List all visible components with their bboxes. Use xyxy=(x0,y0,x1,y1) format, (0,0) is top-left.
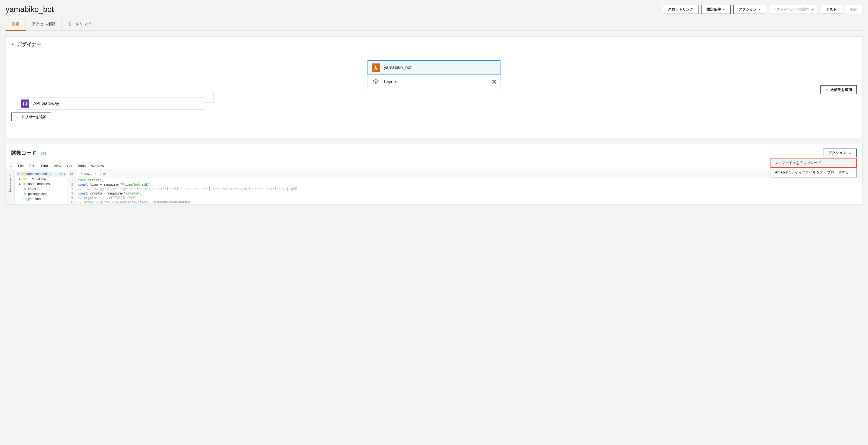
ide-menu-file[interactable]: File xyxy=(18,164,24,168)
folder-icon: 📁 xyxy=(21,172,25,176)
trigger-card-api-gateway[interactable]: API Gateway xyxy=(17,97,205,110)
ide: ▲ File Edit Find View Go Tools Window Sa… xyxy=(6,162,862,205)
designer-header[interactable]: ▼ デザイナー xyxy=(6,36,862,52)
svg-rect-0 xyxy=(23,102,24,105)
file-icon: 📄 xyxy=(23,197,27,201)
file-tree: ▼ 📁 yamabiko_bot - / ⚙ ▾ ▶ 📁 __MACOSX ▶ … xyxy=(15,170,67,205)
svg-rect-2 xyxy=(25,103,26,103)
add-destination-button[interactable]: ＋ 送信先を追加 xyxy=(820,85,857,94)
ide-sidebar: Environment xyxy=(6,170,15,205)
svg-rect-1 xyxy=(26,102,27,105)
layers-icon xyxy=(372,78,380,86)
code-actions-menu: .zip ファイルをアップロード Amazon S3 からファイルをアップロード… xyxy=(771,158,857,177)
caret-up-icon[interactable]: ▲ xyxy=(10,164,12,167)
tab-settings[interactable]: 設定 xyxy=(5,18,26,31)
ide-menubar: ▲ File Edit Find View Go Tools Window Sa… xyxy=(6,162,862,170)
chevron-right-icon: ▶ xyxy=(19,178,22,180)
ide-menu-tools[interactable]: Tools xyxy=(77,164,86,168)
api-gateway-icon xyxy=(21,99,29,108)
code-title: 関数コード xyxy=(11,150,36,156)
add-trigger-button[interactable]: ＋ トリガーを追加 xyxy=(11,113,51,121)
tree-file-package[interactable]: <> package.json xyxy=(16,191,66,197)
ide-menu-window[interactable]: Window xyxy=(91,164,104,168)
gear-icon[interactable]: ⚙ ▾ xyxy=(60,172,65,176)
plus-icon: ＋ xyxy=(16,114,20,119)
editor: 🗐 index.js × ⊕ 1"use strict";2const line… xyxy=(67,170,862,205)
ide-menu-go[interactable]: Go xyxy=(67,164,72,168)
throttling-button[interactable]: スロットリング xyxy=(663,5,699,14)
test-button[interactable]: テスト xyxy=(820,5,842,14)
info-link[interactable]: 情報 xyxy=(40,151,46,156)
function-card[interactable]: yamabiko_bot xyxy=(368,60,500,75)
actions-button[interactable]: アクション▼ xyxy=(734,5,766,14)
ide-menu-find[interactable]: Find xyxy=(41,164,48,168)
close-icon[interactable]: × xyxy=(94,172,96,176)
tree-file-yarn[interactable]: 📄 yarn.lock xyxy=(16,197,66,202)
add-tab-button[interactable]: ⊕ xyxy=(100,170,108,177)
main-tabs: 設定 アクセス権限 モニタリング xyxy=(5,18,863,31)
js-file-icon: <> xyxy=(23,187,27,190)
collapse-icon: ▼ xyxy=(11,43,14,46)
readonly-icon[interactable]: 🗐 xyxy=(67,170,77,178)
layers-card[interactable]: Layers (0) xyxy=(368,75,500,89)
caret-down-icon: ▼ xyxy=(811,8,814,11)
chevron-right-icon: ▶ xyxy=(19,183,22,185)
json-file-icon: <> xyxy=(23,192,27,196)
menu-upload-s3[interactable]: Amazon S3 からファイルをアップロードする xyxy=(771,168,856,177)
folder-icon: 📁 xyxy=(23,177,27,181)
save-button[interactable]: 保存 xyxy=(845,5,863,14)
function-card-label: yamabiko_bot xyxy=(384,65,411,70)
tree-root[interactable]: ▼ 📁 yamabiko_bot - / ⚙ ▾ xyxy=(16,172,66,177)
code-area[interactable]: 1"use strict";2const line = require("@li… xyxy=(67,178,862,205)
editor-tab-index[interactable]: index.js × xyxy=(77,170,100,177)
menu-upload-zip[interactable]: .zip ファイルをアップロード xyxy=(771,158,856,168)
qualifiers-button[interactable]: 限定条件▼ xyxy=(701,5,731,14)
caret-up-icon: ▲ xyxy=(848,152,851,155)
test-event-select[interactable]: テストイベントの選択▼ xyxy=(769,5,818,14)
function-code-panel: 関数コード 情報 アクション ▲ .zip ファイルをアップロード Amazon… xyxy=(5,144,863,205)
layers-label: Layers xyxy=(384,79,397,84)
svg-rect-3 xyxy=(25,104,26,105)
function-name: yamabiko_bot xyxy=(5,5,54,14)
ide-menu-view[interactable]: View xyxy=(54,164,61,168)
caret-down-icon: ▼ xyxy=(722,8,725,11)
tab-monitoring[interactable]: モニタリング xyxy=(61,18,97,30)
tab-permissions[interactable]: アクセス権限 xyxy=(26,18,61,30)
tree-folder-node-modules[interactable]: ▶ 📁 node_modules xyxy=(16,181,66,186)
designer-panel: ▼ デザイナー yamabiko_bot Layers xyxy=(5,36,863,138)
folder-icon: 📁 xyxy=(23,182,27,186)
designer-title: デザイナー xyxy=(17,41,41,48)
ide-menu-edit[interactable]: Edit xyxy=(29,164,35,168)
lambda-icon xyxy=(372,63,380,72)
caret-down-icon: ▼ xyxy=(758,8,761,11)
chevron-down-icon: ▼ xyxy=(18,173,20,175)
tree-folder-macosx[interactable]: ▶ 📁 __MACOSX xyxy=(16,177,66,181)
layers-count: (0) xyxy=(492,80,496,84)
tree-file-index[interactable]: <> index.js xyxy=(16,186,66,191)
environment-tab[interactable]: Environment xyxy=(8,173,12,194)
code-actions-button[interactable]: アクション ▲ xyxy=(823,149,857,157)
trigger-label: API Gateway xyxy=(33,101,59,106)
plus-icon: ＋ xyxy=(825,87,829,92)
